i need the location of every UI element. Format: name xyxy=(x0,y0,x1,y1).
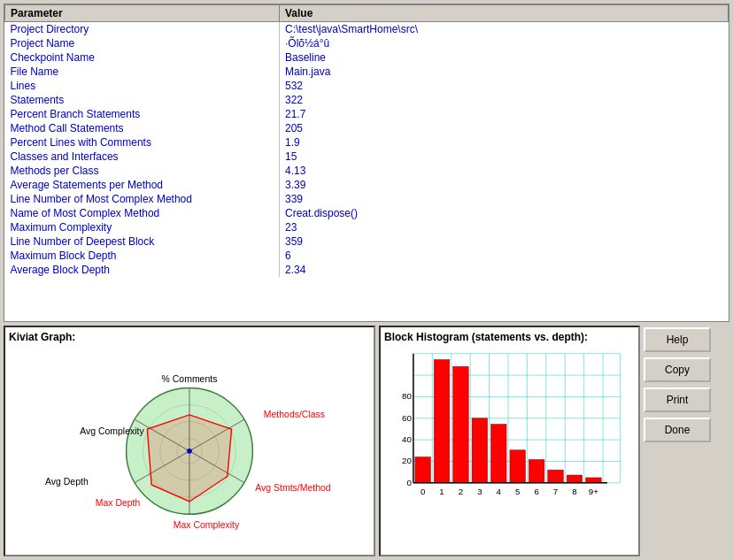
value-cell: 359 xyxy=(280,234,729,249)
histogram-area: 0 20 40 60 80 0 1 2 3 4 5 6 7 8 9+ xyxy=(384,345,635,551)
histogram-svg: 0 20 40 60 80 0 1 2 3 4 5 6 7 8 9+ xyxy=(384,345,632,509)
value-cell: 6 xyxy=(280,249,729,263)
svg-rect-45 xyxy=(529,460,544,483)
svg-text:Max Depth: Max Depth xyxy=(96,497,141,507)
value-cell: 23 xyxy=(280,220,729,234)
table-row: Maximum Complexity23 xyxy=(5,220,729,234)
histogram-panel: Block Histogram (statements vs. depth): xyxy=(379,326,640,556)
param-cell: Project Name xyxy=(5,36,280,50)
svg-rect-48 xyxy=(586,478,602,483)
table-row: Lines532 xyxy=(5,79,729,93)
buttons-panel: Help Copy Print Done xyxy=(644,326,714,556)
table-row: Classes and Interfaces15 xyxy=(5,150,729,164)
table-row: Percent Branch Statements21.7 xyxy=(5,107,729,121)
table-row: Project Name·Õlõ½á°û xyxy=(5,36,729,50)
value-cell: 322 xyxy=(280,93,729,107)
value-cell: 339 xyxy=(280,192,729,206)
table-row: Line Number of Most Complex Method339 xyxy=(5,192,729,206)
param-cell: Average Block Depth xyxy=(5,263,280,277)
svg-text:80: 80 xyxy=(402,391,412,401)
svg-text:Methods/Class: Methods/Class xyxy=(264,409,325,418)
table-row: Line Number of Deepest Block359 xyxy=(5,234,729,249)
data-table: Parameter Value Project DirectoryC:\test… xyxy=(4,4,729,277)
table-row: Methods per Class4.13 xyxy=(5,164,729,178)
help-button[interactable]: Help xyxy=(644,327,711,352)
table-row: Name of Most Complex MethodCreat.dispose… xyxy=(5,206,729,220)
param-cell: File Name xyxy=(5,65,280,79)
copy-button[interactable]: Copy xyxy=(644,357,711,382)
value-cell: 1.9 xyxy=(280,135,729,150)
table-row: Method Call Statements205 xyxy=(5,121,729,135)
table-row: Maximum Block Depth6 xyxy=(5,249,729,263)
value-cell: ·Õlõ½á°û xyxy=(280,36,729,50)
svg-rect-43 xyxy=(491,425,507,483)
value-cell: 205 xyxy=(280,121,729,135)
param-cell: Maximum Block Depth xyxy=(5,249,280,263)
param-cell: Line Number of Deepest Block xyxy=(5,234,280,249)
svg-text:4: 4 xyxy=(497,487,502,496)
svg-text:60: 60 xyxy=(402,413,412,423)
value-cell: 15 xyxy=(280,150,729,164)
kiviat-svg: % Comments Methods/Class Avg Stmts/Metho… xyxy=(30,360,349,537)
value-cell: 3.39 xyxy=(280,178,729,192)
svg-text:Avg Depth: Avg Depth xyxy=(45,476,89,486)
svg-text:Max Complexity: Max Complexity xyxy=(174,520,240,530)
svg-text:9+: 9+ xyxy=(589,487,598,496)
svg-text:0: 0 xyxy=(421,487,426,496)
svg-text:40: 40 xyxy=(402,434,412,444)
svg-text:8: 8 xyxy=(572,487,576,496)
svg-rect-46 xyxy=(548,470,564,483)
svg-point-12 xyxy=(187,449,192,454)
value-cell: 2.34 xyxy=(280,263,729,277)
svg-rect-40 xyxy=(434,360,450,483)
table-row: Average Block Depth2.34 xyxy=(5,263,729,277)
table-row: File NameMain.java xyxy=(5,65,729,79)
table-row: Percent Lines with Comments1.9 xyxy=(5,135,729,150)
param-cell: Statements xyxy=(5,93,280,107)
svg-rect-41 xyxy=(453,366,469,482)
svg-text:2: 2 xyxy=(459,487,463,496)
svg-rect-44 xyxy=(510,450,526,483)
param-cell: Checkpoint Name xyxy=(5,50,280,65)
param-cell: Method Call Statements xyxy=(5,121,280,135)
svg-rect-39 xyxy=(415,457,431,483)
param-cell: Lines xyxy=(5,79,280,93)
table-row: Checkpoint NameBaseline xyxy=(5,50,729,65)
svg-text:5: 5 xyxy=(515,487,520,496)
table-row: Average Statements per Method3.39 xyxy=(5,178,729,192)
histogram-label: Block Histogram (statements vs. depth): xyxy=(384,331,635,343)
param-cell: Maximum Complexity xyxy=(5,220,280,234)
param-cell: Percent Lines with Comments xyxy=(5,135,280,150)
table-section: Parameter Value Project DirectoryC:\test… xyxy=(4,4,729,322)
kiviat-label: Kiviat Graph: xyxy=(9,331,370,343)
done-button[interactable]: Done xyxy=(644,418,711,442)
table-wrapper[interactable]: Parameter Value Project DirectoryC:\test… xyxy=(4,4,729,321)
value-cell: 532 xyxy=(280,79,729,93)
svg-text:0: 0 xyxy=(407,478,413,487)
svg-text:1: 1 xyxy=(439,487,444,496)
bottom-section: Kiviat Graph: xyxy=(4,326,729,556)
value-cell: 21.7 xyxy=(280,107,729,121)
svg-text:6: 6 xyxy=(534,487,538,496)
param-cell: Percent Branch Statements xyxy=(5,107,280,121)
col-header-parameter: Parameter xyxy=(5,5,280,22)
svg-text:% Comments: % Comments xyxy=(162,373,218,383)
main-container: Parameter Value Project DirectoryC:\test… xyxy=(0,0,733,560)
print-button[interactable]: Print xyxy=(644,387,711,412)
svg-text:3: 3 xyxy=(477,487,482,496)
param-cell: Line Number of Most Complex Method xyxy=(5,192,280,206)
svg-text:Avg Complexity: Avg Complexity xyxy=(80,426,144,435)
param-cell: Project Directory xyxy=(5,22,280,37)
value-cell: Creat.dispose() xyxy=(280,206,729,220)
col-header-value: Value xyxy=(280,5,729,22)
table-row: Project DirectoryC:\test\java\SmartHome\… xyxy=(5,22,729,37)
param-cell: Name of Most Complex Method xyxy=(5,206,280,220)
value-cell: Baseline xyxy=(280,50,729,65)
param-cell: Average Statements per Method xyxy=(5,178,280,192)
kiviat-graph: % Comments Methods/Class Avg Stmts/Metho… xyxy=(9,345,370,551)
kiviat-panel: Kiviat Graph: xyxy=(4,326,375,556)
table-row: Statements322 xyxy=(5,93,729,107)
svg-text:20: 20 xyxy=(402,456,412,465)
svg-rect-42 xyxy=(472,418,488,483)
value-cell: 4.13 xyxy=(280,164,729,178)
